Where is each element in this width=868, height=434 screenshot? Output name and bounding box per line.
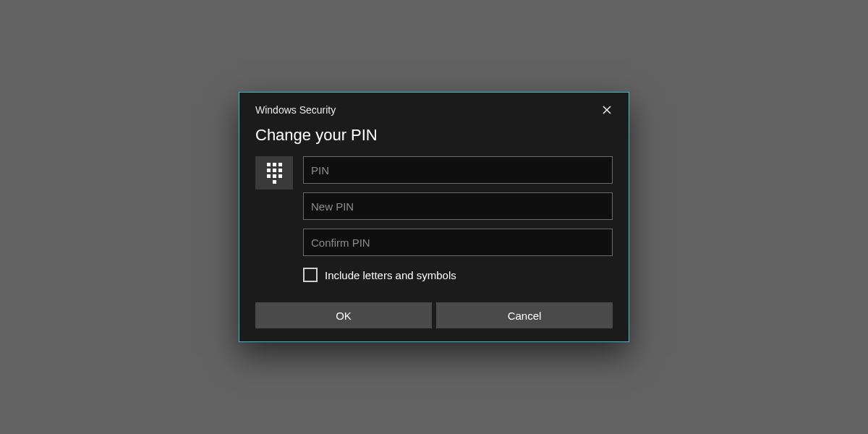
dialog-titlebar: Windows Security bbox=[239, 93, 629, 122]
fields-column: Include letters and symbols bbox=[303, 156, 613, 302]
close-button[interactable] bbox=[595, 100, 618, 120]
confirm-pin-input[interactable] bbox=[303, 229, 613, 256]
cancel-button[interactable]: Cancel bbox=[436, 302, 613, 328]
include-symbols-checkbox[interactable] bbox=[303, 268, 318, 282]
close-icon bbox=[603, 106, 611, 114]
ok-button[interactable]: OK bbox=[255, 302, 432, 328]
include-symbols-label: Include letters and symbols bbox=[325, 269, 456, 281]
dialog-title: Windows Security bbox=[255, 104, 336, 116]
change-pin-dialog: Windows Security Change your PIN Inc bbox=[239, 92, 629, 342]
current-pin-input[interactable] bbox=[303, 156, 613, 184]
dialog-button-row: OK Cancel bbox=[239, 302, 629, 328]
new-pin-input[interactable] bbox=[303, 192, 613, 220]
form-area: Include letters and symbols bbox=[239, 156, 629, 302]
keypad-icon bbox=[255, 156, 293, 190]
include-symbols-row: Include letters and symbols bbox=[303, 268, 613, 282]
dialog-heading: Change your PIN bbox=[239, 122, 629, 156]
